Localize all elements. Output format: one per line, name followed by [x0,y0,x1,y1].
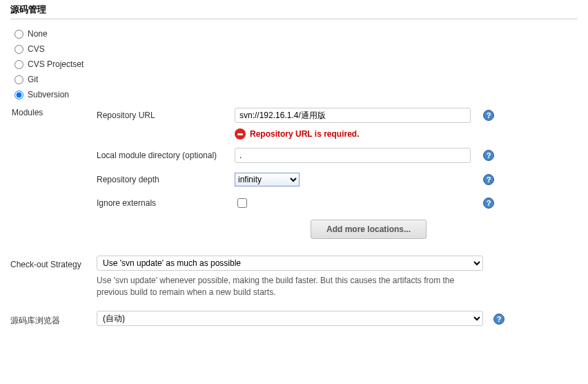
error-icon [235,128,246,140]
repo-url-error: Repository URL is required. [235,128,578,140]
radio-input-git[interactable] [14,75,23,84]
radio-label: Subversion [28,90,69,99]
ignore-externals-row: Ignore externals ? [97,196,578,210]
depth-row: Repository depth infinity ? [97,173,578,186]
help-icon[interactable]: ? [483,174,494,185]
radio-label: Git [28,75,38,84]
local-dir-row: Local module directory (optional) ? [97,148,578,163]
checkout-strategy-select[interactable]: Use 'svn update' as much as possible [97,256,483,271]
radio-cvs[interactable]: CVS [10,41,578,57]
radio-cvs-projectset[interactable]: CVS Projectset [10,57,578,72]
section-header: 源码管理 [10,3,578,19]
help-icon[interactable]: ? [493,314,504,325]
local-dir-input[interactable] [235,148,471,163]
radio-git[interactable]: Git [10,72,578,87]
radio-input-cvs[interactable] [14,45,23,54]
radio-input-subversion[interactable] [14,90,23,99]
modules-label: Modules [10,108,97,243]
radio-none[interactable]: None [10,26,578,41]
help-icon[interactable]: ? [483,150,494,161]
local-dir-label: Local module directory (optional) [97,151,235,160]
ignore-externals-label: Ignore externals [97,198,235,208]
radio-input-cvs-projectset[interactable] [14,60,23,69]
depth-label: Repository depth [97,175,235,184]
ignore-externals-checkbox[interactable] [237,198,247,208]
add-more-locations-button[interactable]: Add more locations... [311,220,427,239]
repo-url-input[interactable] [235,108,471,123]
repo-url-row: Repository URL ? [97,108,578,123]
scm-radio-group: None CVS CVS Projectset Git Subversion [10,26,578,102]
radio-label: CVS Projectset [28,59,84,69]
add-more-row: Add more locations... [97,220,578,239]
repo-browser-label: 源码库浏览器 [10,311,97,327]
checkout-strategy-row: Check-out Strategy Use 'svn update' as m… [10,256,578,298]
repo-url-label: Repository URL [97,111,235,120]
radio-subversion[interactable]: Subversion [10,87,578,102]
help-icon[interactable]: ? [483,110,494,121]
radio-label: None [28,29,48,39]
repo-browser-select[interactable]: (自动) [97,311,483,326]
depth-select[interactable]: infinity [235,173,300,186]
error-text: Repository URL is required. [250,129,359,139]
checkout-strategy-label: Check-out Strategy [10,256,97,269]
help-icon[interactable]: ? [483,198,494,209]
checkout-strategy-hint: Use 'svn update' whenever possible, maki… [97,275,483,298]
radio-label: CVS [28,44,45,54]
repo-browser-row: 源码库浏览器 (自动) ? [10,311,578,327]
radio-input-none[interactable] [14,30,23,39]
